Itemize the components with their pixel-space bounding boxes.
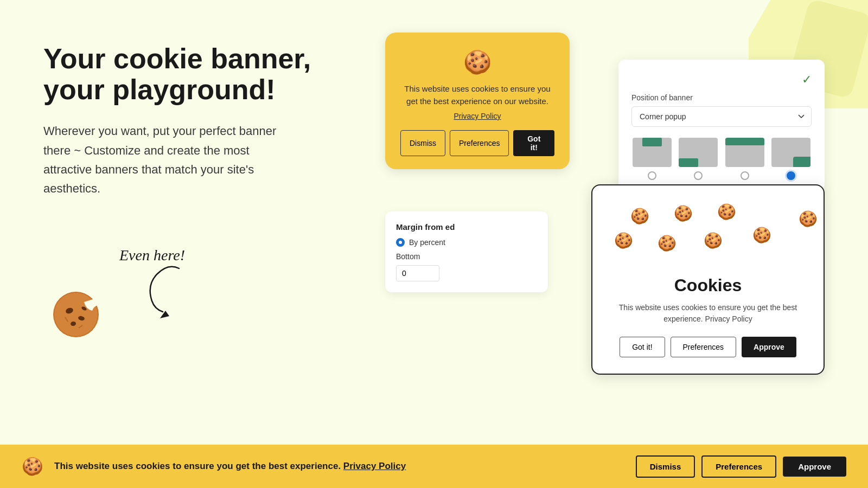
position-thumb-2 <box>679 138 718 167</box>
popup-cookie-emoji: 🍪 <box>400 49 554 75</box>
thumb-accent-2 <box>679 158 698 167</box>
popup-text: This website uses cookies to ensure you … <box>400 83 554 107</box>
margin-bottom-label: Bottom <box>396 252 537 261</box>
bottom-bar-privacy-link[interactable]: Privacy Policy <box>343 461 406 471</box>
headline: Your cookie banner, your playground! <box>43 43 336 105</box>
position-option-2[interactable] <box>678 138 719 180</box>
popup-gotit-button[interactable]: Got it! <box>513 130 554 156</box>
margin-title: Margin from ed <box>396 222 537 232</box>
cookie-6: 🍪 <box>704 232 723 249</box>
bottom-bar: 🍪 This website uses cookies to ensure yo… <box>0 445 868 488</box>
cookie-3: 🍪 <box>717 203 736 221</box>
cookie-7: 🍪 <box>752 226 771 244</box>
position-thumb-1 <box>633 138 672 167</box>
bottom-bar-message: This website uses cookies to ensure you … <box>54 461 341 471</box>
svg-point-1 <box>54 293 98 336</box>
scatter-title: Cookies <box>609 275 807 296</box>
position-grid <box>631 138 812 180</box>
scatter-buttons: Got it! Preferences Approve <box>609 337 807 357</box>
position-select[interactable]: Corner popup Bottom bar Top bar Full scr… <box>631 106 812 127</box>
cookie-4: 🍪 <box>614 232 633 249</box>
scatter-approve-button[interactable]: Approve <box>742 337 796 357</box>
bottom-bar-text: This website uses cookies to ensure you … <box>54 461 625 472</box>
bottom-bar-preferences-button[interactable]: Preferences <box>701 455 776 478</box>
position-option-3[interactable] <box>724 138 765 180</box>
cookie-scatter-popup: 🍪 🍪 🍪 🍪 🍪 🍪 🍪 🍪 Cookies This website use… <box>591 184 825 375</box>
thumb-accent-1 <box>642 138 662 146</box>
thumb-accent-4 <box>793 157 810 167</box>
cookie-1: 🍪 <box>630 207 649 225</box>
scatter-gotit-button[interactable]: Got it! <box>620 337 665 357</box>
popup-privacy-link[interactable]: Privacy Policy <box>400 112 554 120</box>
position-radio-3[interactable] <box>741 171 749 180</box>
margin-radio-label: By percent <box>409 238 445 247</box>
margin-section: Margin from ed By percent Bottom <box>385 211 548 292</box>
headline-line1: Your cookie banner, <box>43 43 311 74</box>
scatter-preferences-button[interactable]: Preferences <box>671 337 736 357</box>
scatter-desc: This website uses cookies to ensure you … <box>609 302 807 325</box>
popup-dismiss-button[interactable]: Dismiss <box>400 130 445 156</box>
position-option-4[interactable] <box>771 138 812 180</box>
margin-input[interactable] <box>396 265 439 281</box>
position-radio-2[interactable] <box>694 171 703 180</box>
popup-preferences-button[interactable]: Preferences <box>450 130 509 156</box>
position-thumb-3 <box>725 138 764 167</box>
even-here-label: Even here! <box>119 247 185 264</box>
bottom-bar-cookie-icon: 🍪 <box>22 456 43 477</box>
bottom-bar-approve-button[interactable]: Approve <box>783 457 846 477</box>
bottom-bar-buttons: Dismiss Preferences Approve <box>636 455 846 478</box>
popup-buttons: Dismiss Preferences Got it! <box>400 130 554 156</box>
position-radio-4[interactable] <box>787 171 795 180</box>
even-here-area: Even here! <box>43 241 336 339</box>
cookie-icon-large <box>49 285 103 339</box>
corner-popup-banner: 🍪 This website uses cookies to ensure yo… <box>385 33 570 169</box>
headline-line2: your playground! <box>43 74 276 105</box>
cookie-8: 🍪 <box>799 210 818 228</box>
position-thumb-4 <box>771 138 810 167</box>
right-section: 🍪 This website uses cookies to ensure yo… <box>369 33 825 423</box>
cookie-5: 🍪 <box>658 234 676 252</box>
left-section: Your cookie banner, your playground! Whe… <box>43 33 336 423</box>
position-option-1[interactable] <box>631 138 673 180</box>
even-here-arrow <box>103 258 212 323</box>
cookie-scatter: 🍪 🍪 🍪 🍪 🍪 🍪 🍪 🍪 <box>609 202 807 267</box>
thumb-accent-3 <box>725 138 764 145</box>
settings-check-icon: ✓ <box>631 73 812 87</box>
position-radio-1[interactable] <box>648 171 656 180</box>
position-label: Position of banner <box>631 93 812 102</box>
cookie-2: 🍪 <box>674 204 693 222</box>
margin-radio-dot <box>396 238 405 247</box>
bottom-bar-dismiss-button[interactable]: Dismiss <box>636 455 695 478</box>
subtext: Wherever you want, put your perfect bann… <box>43 121 293 198</box>
margin-radio-row[interactable]: By percent <box>396 238 537 247</box>
settings-panel: ✓ Position of banner Corner popup Bottom… <box>618 60 825 191</box>
